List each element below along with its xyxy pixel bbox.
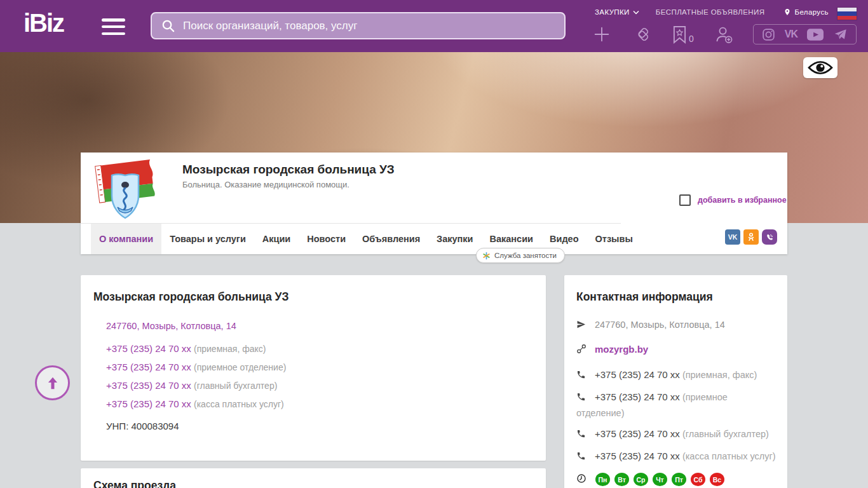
phone-link[interactable]: +375 (235) 24 70 xx (106, 343, 191, 354)
search-icon (161, 18, 175, 33)
phone-icon (576, 369, 587, 384)
day-badge-fri: Пт (672, 473, 686, 486)
phone-row: +375 (235) 24 70 xx (приемное отделение) (106, 362, 533, 373)
viber-button[interactable] (762, 229, 777, 245)
map-heading: Схема проезда (93, 479, 533, 488)
language-flag-russian[interactable] (837, 8, 857, 20)
website-link[interactable]: mozyrgb.by (595, 344, 648, 355)
phone-row: +375 (235) 24 70 xx (главный бухгалтер) (106, 380, 533, 391)
odnoklassniki-button[interactable] (743, 229, 759, 245)
contact-info-card: Контактная информация 247760, Мозырь, Ко… (564, 275, 787, 488)
procurement-menu[interactable]: ЗАКУПКИ (595, 8, 639, 16)
unp-number: УНП: 400083094 (106, 421, 533, 431)
clock-icon (576, 473, 587, 486)
contact-website-row: mozyrgb.by (576, 342, 777, 358)
work-schedule: Пн Вт Ср Чт Пт Сб Вс (576, 473, 777, 486)
add-company-icon[interactable] (592, 25, 611, 44)
header-social-links: VK (753, 24, 857, 44)
ibiz-logo[interactable]: iBiz (24, 9, 64, 37)
favorites-count: 0 (689, 34, 694, 44)
contact-phone-row: +375 (235) 24 70 xx (приемная, факс) (576, 367, 777, 384)
chevron-down-icon (633, 10, 639, 15)
phone-link[interactable]: +375 (235) 24 70 xx (595, 391, 680, 402)
phone-link[interactable]: +375 (235) 24 70 xx (595, 428, 680, 439)
header-icons: 0 VK (592, 24, 857, 45)
telegram-icon[interactable] (833, 28, 848, 41)
vacancy-tooltip: Служба занятости (476, 248, 565, 263)
vk-icon[interactable]: VK (785, 29, 797, 40)
about-card: Мозырская городская больница УЗ 247760, … (81, 275, 546, 461)
search-bar (151, 12, 566, 39)
tab-promotions[interactable]: Акции (254, 224, 299, 254)
back-to-top-button[interactable] (35, 365, 70, 400)
day-badge-tue: Вт (614, 473, 629, 486)
ok-icon (746, 232, 756, 242)
bookmark-star-icon (672, 25, 687, 44)
eye-icon (808, 60, 833, 76)
day-badge-mon: Пн (595, 473, 610, 486)
visually-impaired-mode-button[interactable] (803, 57, 837, 78)
add-user-icon[interactable] (714, 25, 733, 44)
about-heading: Мозырская городская больница УЗ (93, 290, 533, 304)
contact-phone-row: +375 (235) 24 70 xx (главный бухгалтер) (576, 426, 777, 443)
menu-icon[interactable] (102, 18, 125, 35)
header-links: ЗАКУПКИ БЕСПЛАТНЫЕ ОБЪЯВЛЕНИЯ Беларусь (595, 8, 804, 17)
tab-reviews[interactable]: Отзывы (587, 224, 641, 254)
favorite-label: добавить в избранное (698, 196, 787, 205)
company-social-buttons: VK (725, 229, 777, 245)
tab-procurement[interactable]: Закупки (428, 224, 481, 254)
contact-address-row: 247760, Мозырь, Котловца, 14 (576, 318, 777, 334)
phone-link[interactable]: +375 (235) 24 70 xx (106, 398, 191, 409)
map-card: Схема проезда (81, 468, 546, 488)
free-ads-link[interactable]: БЕСПЛАТНЫЕ ОБЪЯВЛЕНИЯ (656, 8, 765, 16)
phone-icon (576, 451, 587, 465)
page: iBiz ЗАКУПКИ БЕСПЛАТНЫЕ ОБЪЯВЛЕНИЯ Белар… (0, 0, 868, 488)
contact-phone-row: +375 (235) 24 70 xx (касса платных услуг… (576, 449, 777, 465)
vk-button[interactable]: VK (725, 229, 740, 245)
add-to-favorites[interactable]: добавить в избранное (679, 194, 787, 206)
day-badge-thu: Чт (653, 473, 667, 486)
navigation-arrow-icon (576, 319, 587, 334)
link-icon (576, 344, 587, 358)
phone-icon (576, 428, 587, 443)
phone-icon (576, 391, 587, 406)
company-subtitle: Больница. Оказание медицинской помощи. (182, 180, 349, 189)
day-badge-wed: Ср (634, 473, 648, 486)
phone-link[interactable]: +375 (235) 24 70 xx (106, 380, 191, 391)
phone-row: +375 (235) 24 70 xx (приемная, факс) (106, 343, 533, 355)
phone-link[interactable]: +375 (235) 24 70 xx (595, 451, 680, 461)
phone-link[interactable]: +375 (235) 24 70 xx (106, 362, 191, 372)
day-badge-sun: Вс (710, 473, 724, 486)
company-header-card: Мозырская городская больница УЗ Больница… (81, 152, 787, 254)
employment-service-icon (482, 252, 491, 260)
tab-products[interactable]: Товары и услуги (161, 224, 254, 254)
youtube-icon[interactable] (807, 29, 824, 41)
instagram-icon[interactable] (762, 28, 775, 41)
company-logo (92, 156, 158, 221)
vacancy-tooltip-label: Служба занятости (494, 252, 557, 259)
viber-icon (765, 233, 775, 242)
top-header: iBiz ЗАКУПКИ БЕСПЛАТНЫЕ ОБЪЯВЛЕНИЯ Белар… (0, 0, 868, 52)
contact-heading: Контактная информация (576, 290, 777, 304)
contact-phone-row: +375 (235) 24 70 xx (приемное отделение) (576, 390, 777, 421)
favorites-bookmark[interactable]: 0 (672, 25, 694, 44)
phone-link[interactable]: +375 (235) 24 70 xx (595, 369, 680, 380)
tab-ads[interactable]: Объявления (354, 224, 428, 254)
day-badge-sat: Сб (691, 473, 705, 486)
about-address-link[interactable]: 247760, Мозырь, Котловца, 14 (106, 321, 236, 331)
company-title: Мозырская городская больница УЗ (182, 163, 395, 177)
country-selector[interactable]: Беларусь (783, 8, 829, 17)
favorite-checkbox[interactable] (679, 194, 691, 206)
search-input[interactable] (183, 20, 555, 32)
tab-about[interactable]: О компании (91, 224, 161, 254)
partners-handshake-icon[interactable] (631, 25, 653, 44)
location-pin-icon (783, 8, 791, 17)
phone-row: +375 (235) 24 70 xx (касса платных услуг… (106, 398, 533, 410)
tab-news[interactable]: Новости (299, 224, 354, 254)
arrow-up-icon (44, 375, 61, 391)
